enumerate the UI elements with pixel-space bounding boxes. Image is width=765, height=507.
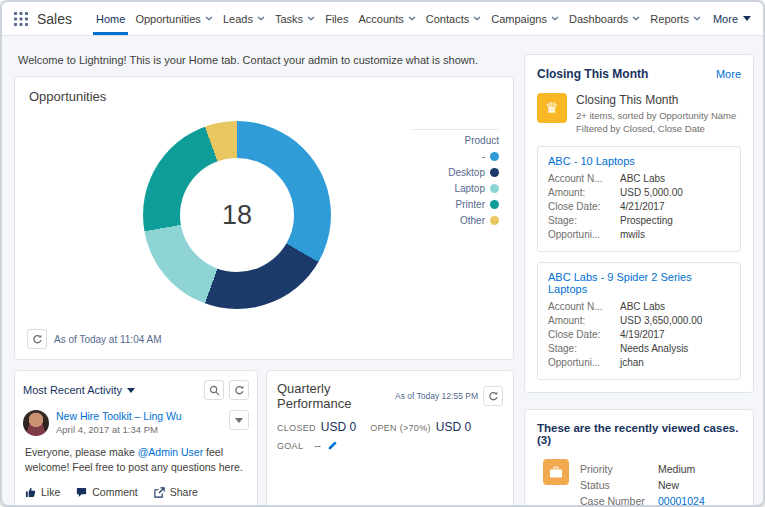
field-value: USD 5,000.00 xyxy=(620,187,683,198)
global-navigation: Sales HomeOpportunitiesLeadsTasksFilesAc… xyxy=(2,2,763,36)
case-row: PriorityMediumStatusNewCase Number000010… xyxy=(537,459,741,505)
legend-item[interactable]: Printer xyxy=(411,199,499,210)
legend-dot xyxy=(490,216,499,225)
search-icon[interactable] xyxy=(204,380,224,400)
field-label: Close Date: xyxy=(548,201,620,212)
tab-files[interactable]: Files xyxy=(325,2,348,35)
refresh-icon[interactable] xyxy=(229,380,249,400)
field-label: Opportuni... xyxy=(548,229,620,240)
record-field: Amount:USD 3,650,000.00 xyxy=(548,315,730,326)
refresh-icon[interactable] xyxy=(483,386,503,406)
pencil-icon xyxy=(327,440,338,451)
app-launcher-icon[interactable] xyxy=(14,12,28,26)
performance-header: Quarterly Performance As of Today 12:55 … xyxy=(267,371,513,415)
record-field: Opportuni...mwils xyxy=(548,229,730,240)
legend-label: Desktop xyxy=(448,167,485,178)
field-label: Priority xyxy=(580,463,658,475)
magnifier-glyph xyxy=(209,385,220,396)
tab-label: Opportunities xyxy=(135,13,200,25)
caret-down-icon[interactable] xyxy=(127,388,135,393)
field-value: mwils xyxy=(620,229,645,240)
field-value: 4/21/2017 xyxy=(620,201,665,212)
as-of-text: As of Today 12:55 PM xyxy=(395,391,478,401)
field-value: USD 3,650,000.00 xyxy=(620,315,702,326)
caret-down-icon xyxy=(743,16,751,21)
like-button[interactable]: Like xyxy=(25,486,60,498)
tab-contacts[interactable]: Contacts xyxy=(426,2,481,35)
donut-center-value: 18 xyxy=(222,200,252,231)
legend-item[interactable]: Desktop xyxy=(411,167,499,178)
tab-label: Tasks xyxy=(275,13,303,25)
closed-value: USD 0 xyxy=(321,420,356,434)
tab-label: Accounts xyxy=(358,13,403,25)
mention-link[interactable]: @Admin User xyxy=(138,446,204,458)
chevron-down-icon xyxy=(632,16,640,21)
crown-glyph: ♛ xyxy=(545,99,558,117)
comment-label: Comment xyxy=(92,486,138,498)
field-value[interactable]: 00001024 xyxy=(658,495,705,505)
chevron-down-icon xyxy=(551,16,559,21)
field-value: Medium xyxy=(658,463,695,475)
refresh-icon[interactable] xyxy=(27,329,47,349)
share-button[interactable]: Share xyxy=(154,486,198,498)
field-label: Status xyxy=(580,479,658,491)
activity-header: Most Recent Activity xyxy=(15,371,257,406)
record-field: Close Date:4/19/2017 xyxy=(548,329,730,340)
tab-reports[interactable]: Reports xyxy=(650,2,701,35)
tab-more[interactable]: More xyxy=(713,13,751,25)
activity-title[interactable]: Most Recent Activity xyxy=(23,384,122,396)
recent-cases-card: These are the recently viewed cases. (3)… xyxy=(524,409,754,505)
record-title-link[interactable]: ABC Labs - 9 Spider 2 Series Laptops xyxy=(548,271,730,295)
more-link[interactable]: More xyxy=(716,68,741,80)
refresh-glyph xyxy=(488,391,499,402)
record-card: ABC - 10 LaptopsAccount N...ABC LabsAmou… xyxy=(537,146,741,252)
tab-home[interactable]: Home xyxy=(96,2,125,35)
donut-chart[interactable]: 18 xyxy=(143,121,331,309)
record-title-link[interactable]: ABC - 10 Laptops xyxy=(548,155,730,167)
thumbs-up-icon xyxy=(25,487,36,498)
share-label: Share xyxy=(170,486,198,498)
record-field: Close Date:4/21/2017 xyxy=(548,201,730,212)
tab-label: Contacts xyxy=(426,13,469,25)
record-field: Amount:USD 5,000.00 xyxy=(548,187,730,198)
field-value: ABC Labs xyxy=(620,173,665,184)
tab-label: Leads xyxy=(223,13,253,25)
post-title-link[interactable]: New Hire Toolkit – Ling Wu xyxy=(56,410,222,422)
field-value: jchan xyxy=(620,357,644,368)
legend-label: Printer xyxy=(456,199,485,210)
tab-tasks[interactable]: Tasks xyxy=(275,2,315,35)
tab-dashboards[interactable]: Dashboards xyxy=(569,2,640,35)
main-content: Welcome to Lightning! This is your Home … xyxy=(2,36,763,505)
record-field: Account N...ABC Labs xyxy=(548,301,730,312)
legend-label: Other xyxy=(460,215,485,226)
field-label: Account N... xyxy=(548,173,620,184)
edit-goal-button[interactable] xyxy=(327,440,338,451)
tab-label: Campaigns xyxy=(491,13,547,25)
legend-item[interactable]: - xyxy=(411,151,499,162)
post-body: Everyone, please make @Admin User feel w… xyxy=(15,436,257,475)
share-icon xyxy=(154,487,165,498)
comment-button[interactable]: Comment xyxy=(76,486,138,498)
legend-item[interactable]: Laptop xyxy=(411,183,499,194)
post-text: Everyone, please make xyxy=(25,446,138,458)
tab-label: Home xyxy=(96,13,125,25)
legend-item[interactable]: Other xyxy=(411,215,499,226)
chart-legend: Product -DesktopLaptopPrinterOther xyxy=(411,129,499,231)
record-field: Opportuni...jchan xyxy=(548,357,730,368)
field-label: Amount: xyxy=(548,315,620,326)
post-menu-button[interactable] xyxy=(229,410,249,430)
tab-leads[interactable]: Leads xyxy=(223,2,265,35)
opportunities-card-title: Opportunities xyxy=(29,89,106,104)
quarterly-performance-card: Quarterly Performance As of Today 12:55 … xyxy=(266,370,514,505)
tab-campaigns[interactable]: Campaigns xyxy=(491,2,559,35)
field-value: New xyxy=(658,479,679,491)
case-field: StatusNew xyxy=(580,479,705,491)
avatar[interactable] xyxy=(23,410,49,436)
field-label: Close Date: xyxy=(548,329,620,340)
tab-label: Dashboards xyxy=(569,13,628,25)
goal-row: GOAL -- xyxy=(267,434,513,451)
tab-opportunities[interactable]: Opportunities xyxy=(135,2,212,35)
tab-accounts[interactable]: Accounts xyxy=(358,2,415,35)
legend-dot xyxy=(490,200,499,209)
app-name: Sales xyxy=(37,11,72,27)
